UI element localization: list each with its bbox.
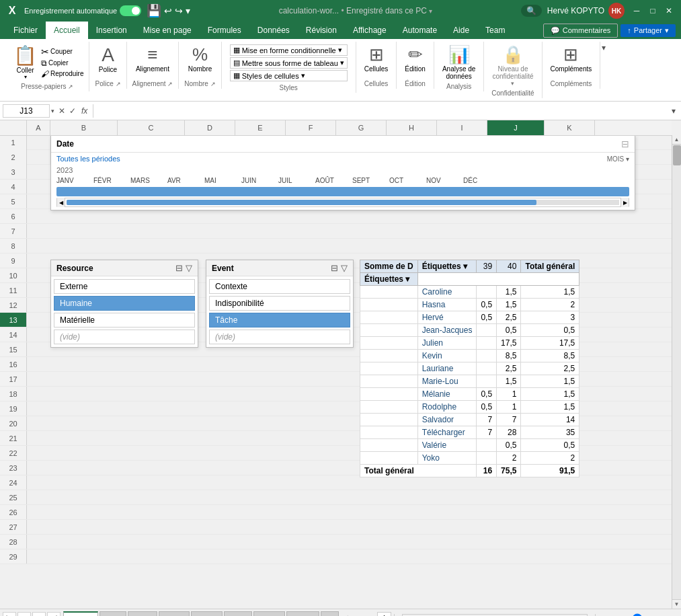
- horizontal-scrollbar[interactable]: ◀ ▶: [394, 614, 596, 617]
- tab-more-button[interactable]: ...: [321, 611, 339, 617]
- customize-icon[interactable]: ▾: [186, 5, 190, 16]
- resource-multiselect-icon[interactable]: ⊟: [175, 263, 183, 273]
- h-scroll-left[interactable]: ◀: [395, 614, 403, 617]
- col-header-C[interactable]: C: [118, 120, 185, 135]
- formula-expand-icon[interactable]: ▾: [669, 106, 678, 116]
- slicer-item-vide-resource[interactable]: (vide): [54, 330, 195, 344]
- col-header-A[interactable]: A: [27, 120, 50, 135]
- tab-donnees[interactable]: Données: [249, 22, 298, 39]
- mettre-sous-forme-button[interactable]: ▤ Mettre sous forme de tableau ▾: [230, 57, 348, 69]
- slicer-item-contexte[interactable]: Contexte: [209, 279, 350, 294]
- tab-first-button[interactable]: |◀: [3, 612, 16, 617]
- tab-feuil2[interactable]: Feuil2: [63, 611, 98, 617]
- date-slicer-filter-icon[interactable]: ⊟: [621, 139, 629, 149]
- formula-insert-function-icon[interactable]: fx: [79, 106, 90, 116]
- autosave-toggle[interactable]: Enregistrement automatique: [24, 5, 141, 16]
- slicer-item-humaine[interactable]: Humaine: [54, 296, 195, 311]
- comments-button[interactable]: 💬 Commentaires: [543, 24, 618, 38]
- coller-button[interactable]: 📋 Coller ▾: [11, 43, 40, 81]
- pivot-col-filter-btn[interactable]: ▾: [463, 262, 467, 271]
- vertical-scrollbar[interactable]: ▲ ▼: [672, 135, 681, 609]
- tab-dat[interactable]: _Dat: [159, 611, 189, 616]
- edition-button[interactable]: ✏ Édition: [402, 43, 428, 74]
- styles-cellules-button[interactable]: ▦ Styles de cellules ▾: [230, 70, 348, 81]
- tab-muc[interactable]: _Muc: [286, 611, 319, 616]
- copier-button[interactable]: ⧉ Copier: [41, 59, 83, 68]
- search-box[interactable]: 🔍: [521, 5, 542, 17]
- tab-mise-en-page[interactable]: Mise en page: [135, 22, 200, 39]
- save-icon[interactable]: 💾: [147, 3, 161, 18]
- alignement-button[interactable]: ≡ Alignement: [133, 43, 172, 74]
- scroll-down-arrow[interactable]: ▼: [672, 599, 681, 609]
- restore-button[interactable]: □: [646, 4, 659, 17]
- tab-evt[interactable]: _Evt: [128, 611, 157, 616]
- share-button[interactable]: ↑ Partager ▾: [620, 24, 676, 37]
- scroll-left-button[interactable]: ◀: [57, 198, 65, 207]
- resource-filter-icon[interactable]: ▽: [186, 263, 192, 273]
- col-header-I[interactable]: I: [437, 120, 487, 135]
- autosave-switch[interactable]: [120, 5, 141, 16]
- col-header-F[interactable]: F: [286, 120, 336, 135]
- slicer-item-tache[interactable]: Tâche: [209, 313, 350, 328]
- reproduire-button[interactable]: 🖌 Reproduire: [41, 69, 83, 79]
- analyse-button[interactable]: 📊 Analyse dedonnées: [440, 43, 478, 81]
- scroll-up-arrow[interactable]: ▲: [672, 135, 681, 145]
- tab-add-button[interactable]: +: [340, 611, 355, 617]
- tab-all[interactable]: _All: [99, 611, 126, 616]
- tab-insertion[interactable]: Insertion: [88, 22, 135, 39]
- tab-accueil[interactable]: Accueil: [46, 22, 88, 39]
- col-header-J[interactable]: J: [487, 120, 545, 135]
- ribbon-expand-button[interactable]: ▾: [600, 42, 607, 54]
- col-header-K[interactable]: K: [545, 120, 595, 135]
- pivot-row-filter-btn[interactable]: ▾: [405, 274, 409, 284]
- tab-options-button[interactable]: ⋮: [377, 612, 391, 616]
- mise-en-forme-conditionnelle-button[interactable]: ▦ Mise en forme conditionnelle ▾: [230, 44, 348, 56]
- formula-confirm-icon[interactable]: ✓: [68, 106, 77, 116]
- undo-icon[interactable]: ↩: [164, 5, 172, 16]
- tab-next-button[interactable]: ▶: [32, 612, 46, 617]
- tab-prev-button[interactable]: ◀: [17, 612, 31, 617]
- tab-affichage[interactable]: Affichage: [345, 22, 395, 39]
- tab-aide[interactable]: Aide: [445, 22, 477, 39]
- tab-automate[interactable]: Automate: [395, 22, 445, 39]
- slicer-item-indisponibilite[interactable]: Indisponibilité: [209, 296, 350, 311]
- scroll-right-button[interactable]: ▶: [620, 198, 629, 207]
- slicer-item-vide-event[interactable]: (vide): [209, 330, 350, 344]
- all-periods-link[interactable]: Toutes les périodes: [56, 155, 120, 163]
- col-header-D[interactable]: D: [185, 120, 235, 135]
- redo-icon[interactable]: ↪: [175, 5, 183, 16]
- tab-team[interactable]: Team: [477, 22, 513, 39]
- timeline-bar[interactable]: [56, 187, 629, 196]
- cell-reference-input[interactable]: [3, 104, 50, 118]
- slicer-item-materielle[interactable]: Matérielle: [54, 313, 195, 328]
- police-button[interactable]: A Police: [96, 43, 120, 75]
- col-header-B[interactable]: B: [50, 120, 118, 135]
- event-filter-icon[interactable]: ▽: [341, 263, 348, 273]
- formula-input[interactable]: [96, 105, 666, 117]
- col-header-H[interactable]: H: [387, 120, 437, 135]
- formula-cancel-icon[interactable]: ✕: [57, 106, 67, 116]
- couper-button[interactable]: ✂ Couper: [41, 46, 83, 57]
- cellules-button[interactable]: ⊞ Cellules: [362, 43, 391, 74]
- slicer-scrollbar[interactable]: ◀ ▶: [56, 198, 629, 207]
- tab-aff[interactable]: _Aff: [224, 611, 251, 616]
- tab-revision[interactable]: Révision: [298, 22, 345, 39]
- event-multiselect-icon[interactable]: ⊟: [331, 263, 338, 273]
- cell-A2[interactable]: [27, 150, 50, 164]
- slicer-item-externe[interactable]: Externe: [54, 279, 195, 294]
- zoom-slider[interactable]: [622, 613, 676, 617]
- cell-A1[interactable]: [27, 135, 50, 149]
- confidentialite-button[interactable]: 🔒 Niveau deconfidentialité ▾: [489, 43, 536, 88]
- tab-last-button[interactable]: ▶|: [47, 612, 61, 617]
- nombre-button[interactable]: % Nombre: [186, 43, 215, 74]
- cell-ref-dropdown[interactable]: ▾: [51, 108, 54, 114]
- minimize-button[interactable]: ─: [630, 4, 643, 17]
- tab-formules[interactable]: Formules: [200, 22, 249, 39]
- close-button[interactable]: ✕: [662, 4, 676, 17]
- col-header-E[interactable]: E: [235, 120, 286, 135]
- col-header-G[interactable]: G: [336, 120, 387, 135]
- tab-res[interactable]: _Res: [191, 611, 223, 616]
- h-scroll-right[interactable]: ▶: [587, 614, 595, 617]
- tab-fichier[interactable]: Fichier: [5, 22, 46, 39]
- tab-cus[interactable]: _Cus: [253, 611, 286, 616]
